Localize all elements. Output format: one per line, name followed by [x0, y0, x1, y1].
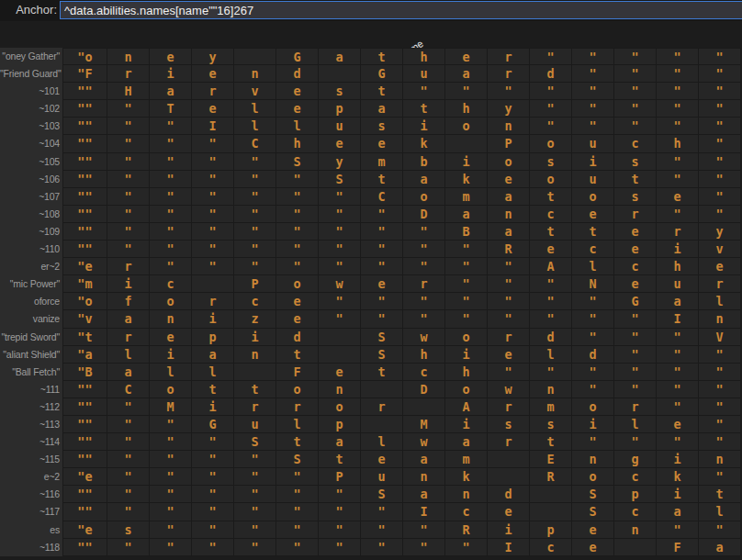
grid-cell[interactable]: b: [403, 153, 445, 171]
grid-cell[interactable]: s: [319, 83, 361, 100]
grid-cell[interactable]: ": [699, 346, 741, 364]
row-label[interactable]: oforce: [0, 293, 62, 310]
grid-cell[interactable]: l: [234, 118, 276, 135]
grid-cell[interactable]: i: [445, 153, 488, 171]
grid-cell[interactable]: [530, 503, 572, 521]
grid-cell[interactable]: o: [276, 381, 319, 398]
grid-cell[interactable]: v: [699, 241, 741, 258]
grid-cell[interactable]: e: [276, 293, 319, 310]
grid-cell[interactable]: "F: [62, 65, 107, 83]
grid-cell[interactable]: ": [192, 258, 234, 275]
grid-cell[interactable]: ": [150, 206, 192, 223]
grid-cell[interactable]: r: [276, 398, 319, 416]
grid-cell[interactable]: e: [530, 241, 572, 258]
grid-cell[interactable]: ": [657, 171, 699, 188]
grid-cell[interactable]: I: [403, 503, 445, 521]
grid-cell[interactable]: ": [319, 486, 361, 503]
grid-cell[interactable]: n: [445, 486, 488, 503]
grid-cell[interactable]: ": [150, 521, 192, 539]
grid-cell[interactable]: e: [657, 416, 699, 433]
grid-cell[interactable]: ": [614, 433, 657, 451]
grid-cell[interactable]: ": [276, 206, 319, 223]
grid-cell[interactable]: ": [150, 416, 192, 433]
grid-cell[interactable]: z: [234, 310, 276, 328]
row-label[interactable]: ~105: [0, 153, 62, 171]
grid-cell[interactable]: i: [150, 346, 192, 364]
grid-cell[interactable]: s: [107, 521, 150, 539]
grid-cell[interactable]: e: [488, 346, 530, 364]
grid-cell[interactable]: ": [192, 486, 234, 503]
grid-cell[interactable]: v: [234, 83, 276, 100]
grid-cell[interactable]: S: [572, 503, 614, 521]
grid-cell[interactable]: d: [530, 329, 572, 346]
grid-cell[interactable]: ": [107, 153, 150, 171]
grid-cell[interactable]: r: [488, 65, 530, 83]
grid-cell[interactable]: a: [150, 83, 192, 100]
grid-cell[interactable]: [488, 451, 530, 468]
grid-cell[interactable]: a: [107, 364, 150, 381]
grid-cell[interactable]: r: [361, 398, 403, 416]
grid-cell[interactable]: "": [62, 451, 107, 468]
grid-cell[interactable]: C: [234, 135, 276, 152]
grid-cell[interactable]: c: [614, 468, 657, 486]
grid-cell[interactable]: ": [107, 241, 150, 258]
grid-cell[interactable]: ": [530, 293, 572, 310]
grid-cell[interactable]: ": [699, 206, 741, 223]
grid-cell[interactable]: r: [192, 83, 234, 100]
grid-cell[interactable]: "a: [62, 346, 107, 364]
grid-cell[interactable]: ": [361, 521, 403, 539]
row-label[interactable]: es: [0, 521, 62, 539]
grid-cell[interactable]: [361, 381, 403, 398]
grid-cell[interactable]: ": [361, 293, 403, 310]
grid-cell[interactable]: r: [614, 206, 657, 223]
grid-cell[interactable]: t: [234, 381, 276, 398]
grid-cell[interactable]: ": [614, 48, 657, 65]
grid-cell[interactable]: [192, 275, 234, 293]
grid-cell[interactable]: ": [572, 329, 614, 346]
grid-cell[interactable]: ": [572, 48, 614, 65]
grid-cell[interactable]: [445, 135, 488, 152]
grid-cell[interactable]: "": [62, 416, 107, 433]
grid-cell[interactable]: ": [699, 83, 741, 100]
grid-cell[interactable]: ": [150, 468, 192, 486]
grid-cell[interactable]: c: [234, 293, 276, 310]
grid-cell[interactable]: g: [614, 451, 657, 468]
grid-cell[interactable]: ": [150, 118, 192, 135]
grid-cell[interactable]: G: [614, 293, 657, 310]
grid-cell[interactable]: k: [445, 468, 488, 486]
grid-cell[interactable]: [319, 346, 361, 364]
grid-cell[interactable]: ": [657, 153, 699, 171]
grid-cell[interactable]: a: [403, 171, 445, 188]
grid-cell[interactable]: ": [234, 153, 276, 171]
grid-cell[interactable]: ": [150, 171, 192, 188]
row-label[interactable]: "Friend Guard": [0, 65, 62, 83]
grid-cell[interactable]: e: [657, 188, 699, 206]
grid-cell[interactable]: ": [234, 171, 276, 188]
grid-cell[interactable]: h: [657, 135, 699, 152]
grid-cell[interactable]: "t: [62, 329, 107, 346]
grid-cell[interactable]: l: [276, 416, 319, 433]
grid-cell[interactable]: a: [657, 503, 699, 521]
grid-cell[interactable]: ": [614, 100, 657, 118]
grid-cell[interactable]: I: [488, 539, 530, 556]
grid-cell[interactable]: "": [62, 206, 107, 223]
grid-cell[interactable]: o: [530, 171, 572, 188]
grid-cell[interactable]: ": [403, 310, 445, 328]
grid-cell[interactable]: ": [234, 486, 276, 503]
grid-cell[interactable]: o: [572, 188, 614, 206]
grid-cell[interactable]: i: [234, 329, 276, 346]
grid-cell[interactable]: n: [234, 65, 276, 83]
grid-cell[interactable]: ": [614, 364, 657, 381]
grid-cell[interactable]: ": [150, 188, 192, 206]
grid-cell[interactable]: ": [572, 100, 614, 118]
grid-cell[interactable]: ": [572, 381, 614, 398]
grid-cell[interactable]: [614, 539, 657, 556]
grid-cell[interactable]: a: [445, 65, 488, 83]
grid-cell[interactable]: n: [234, 346, 276, 364]
row-label[interactable]: ~101: [0, 83, 62, 100]
grid-cell[interactable]: ": [192, 171, 234, 188]
grid-cell[interactable]: r: [107, 329, 150, 346]
grid-cell[interactable]: "": [62, 118, 107, 135]
grid-cell[interactable]: ": [319, 293, 361, 310]
grid-cell[interactable]: ": [234, 241, 276, 258]
